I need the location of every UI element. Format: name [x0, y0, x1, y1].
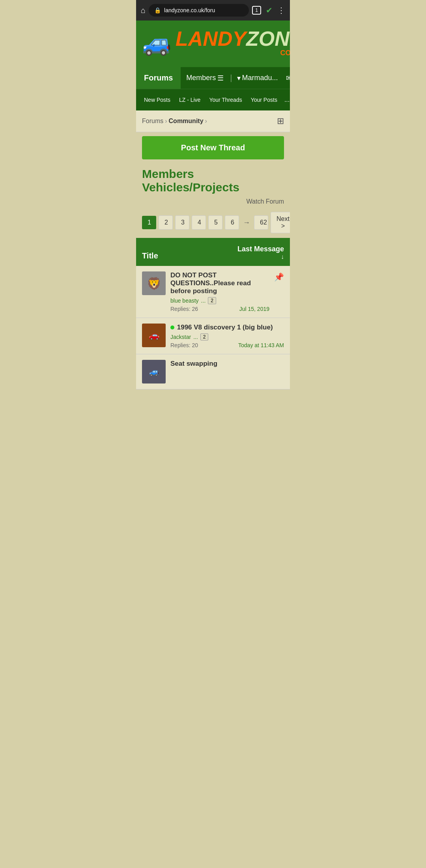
thread-author-suffix: ...	[193, 334, 198, 340]
page-6-button[interactable]: 6	[225, 215, 239, 230]
thread-info: DO NOT POST QUESTIONS..Please read befor…	[170, 271, 269, 312]
menu-icon: ☰	[217, 74, 224, 82]
thread-thumbnail[interactable]: 🚙	[142, 360, 166, 383]
thread-page-btn[interactable]: 2	[200, 333, 209, 340]
thread-date: Jul 15, 2019	[239, 306, 269, 312]
page-3-button[interactable]: 3	[175, 215, 189, 230]
thread-info: Seat swapping	[170, 360, 284, 370]
thumb-icon: 🚙	[149, 367, 159, 376]
nav-user[interactable]: ▾ Marmadu...	[233, 67, 282, 89]
breadcrumb-bar: Forums › Community › ⊞	[136, 110, 290, 132]
home-icon[interactable]: ⌂	[141, 6, 146, 15]
thumb-icon: 🚗	[149, 330, 159, 340]
subnav-new-posts[interactable]: New Posts	[140, 94, 174, 106]
online-indicator	[170, 326, 174, 329]
page-1-button[interactable]: 1	[142, 216, 156, 229]
org-chart-icon[interactable]: ⊞	[277, 116, 284, 126]
sort-arrow-icon[interactable]: ↓	[281, 253, 284, 260]
thread-page-btn[interactable]: 2	[208, 297, 216, 304]
thread-meta: blue beasty ... 2	[170, 297, 269, 304]
logo-car-icon: 🚙	[142, 29, 172, 57]
thread-meta: Jackstar ... 2	[170, 333, 284, 340]
subnav-your-threads[interactable]: Your Threads	[205, 94, 246, 106]
thread-replies: Replies: 26	[170, 306, 198, 312]
breadcrumb: Forums › Community ›	[142, 118, 207, 125]
post-new-thread-button[interactable]: Post New Thread	[142, 136, 284, 159]
nav-forums[interactable]: Forums	[136, 67, 181, 89]
table-header: Title Last Message ↓	[136, 238, 290, 266]
nav-divider: |	[229, 73, 233, 82]
thread-author[interactable]: Jackstar	[170, 334, 191, 340]
thread-replies-date: Replies: 20 Today at 11:43 AM	[170, 342, 284, 348]
thread-info: 1996 V8 discovery 1 (big blue) Jackstar …	[170, 324, 284, 348]
table-row: 🚙 Seat swapping	[136, 354, 290, 389]
site-header: 🚙 LANDY ZONE CO.UK	[136, 21, 290, 67]
thread-thumbnail[interactable]: 🦁	[142, 271, 166, 295]
browser-actions: 1 ✔ ⋮	[252, 6, 285, 15]
thread-title[interactable]: Seat swapping	[170, 360, 284, 368]
col-title: Title	[142, 251, 158, 260]
thread-author-suffix: ...	[201, 297, 206, 304]
more-options-icon[interactable]: ⋮	[277, 6, 285, 15]
breadcrumb-current: Community	[169, 118, 204, 125]
subnav-your-posts[interactable]: Your Posts	[247, 94, 281, 106]
thread-title[interactable]: DO NOT POST QUESTIONS..Please read befor…	[170, 271, 269, 295]
thread-author[interactable]: blue beasty	[170, 297, 199, 304]
page-next-button[interactable]: Next >	[271, 212, 290, 233]
url-text: landyzone.co.uk/foru	[164, 7, 215, 13]
thumb-icon: 🦁	[147, 277, 161, 290]
browser-chrome: ⌂ 🔒 landyzone.co.uk/foru 1 ✔ ⋮	[136, 0, 290, 21]
forum-title: Members Vehicles/Projects	[136, 163, 290, 196]
page-4-button[interactable]: 4	[192, 215, 206, 230]
logo-text: LANDY ZONE CO.UK	[176, 28, 290, 57]
pagination: 1 2 3 4 5 6 → 62 Next >	[136, 207, 290, 238]
pagination-ellipsis: →	[241, 219, 252, 227]
breadcrumb-end: ›	[205, 118, 207, 125]
logo-zone: ZONE	[246, 28, 290, 49]
subnav-more[interactable]: ...	[282, 93, 290, 107]
page-last-button[interactable]: 62	[254, 215, 268, 230]
col-last-message: Last Message	[237, 245, 284, 253]
thread-replies-date: Replies: 26 Jul 15, 2019	[170, 306, 269, 312]
lock-icon: 🔒	[154, 7, 161, 13]
page-2-button[interactable]: 2	[159, 215, 173, 230]
page-5-button[interactable]: 5	[208, 215, 222, 230]
breadcrumb-separator: ›	[165, 118, 167, 125]
nav-members[interactable]: Members ☰	[181, 67, 229, 89]
logo-couk: CO.UK	[176, 49, 290, 57]
subnav-lz-live[interactable]: LZ - Live	[175, 94, 204, 106]
thread-thumbnail[interactable]: 🚗	[142, 324, 166, 347]
logo-landy: LANDY	[176, 28, 246, 49]
table-row: 🦁 DO NOT POST QUESTIONS..Please read bef…	[136, 266, 290, 318]
tab-count[interactable]: 1	[252, 6, 261, 15]
dropdown-arrow-icon: ▾	[237, 74, 241, 82]
messages-icon[interactable]: ✉	[282, 67, 290, 89]
breadcrumb-forums[interactable]: Forums	[142, 118, 163, 125]
sub-nav: New Posts LZ - Live Your Threads Your Po…	[136, 89, 290, 110]
main-nav: Forums Members ☰ | ▾ Marmadu... ✉ 📍	[136, 67, 290, 89]
pin-icon: 📌	[274, 271, 284, 282]
address-bar[interactable]: 🔒 landyzone.co.uk/foru	[149, 4, 249, 17]
shield-icon[interactable]: ✔	[266, 6, 273, 15]
watch-forum-link[interactable]: Watch Forum	[136, 196, 290, 207]
thread-date: Today at 11:43 AM	[238, 342, 284, 348]
table-row: 🚗 1996 V8 discovery 1 (big blue) Jacksta…	[136, 318, 290, 354]
thread-title[interactable]: 1996 V8 discovery 1 (big blue)	[170, 324, 284, 331]
thread-replies: Replies: 20	[170, 342, 198, 348]
